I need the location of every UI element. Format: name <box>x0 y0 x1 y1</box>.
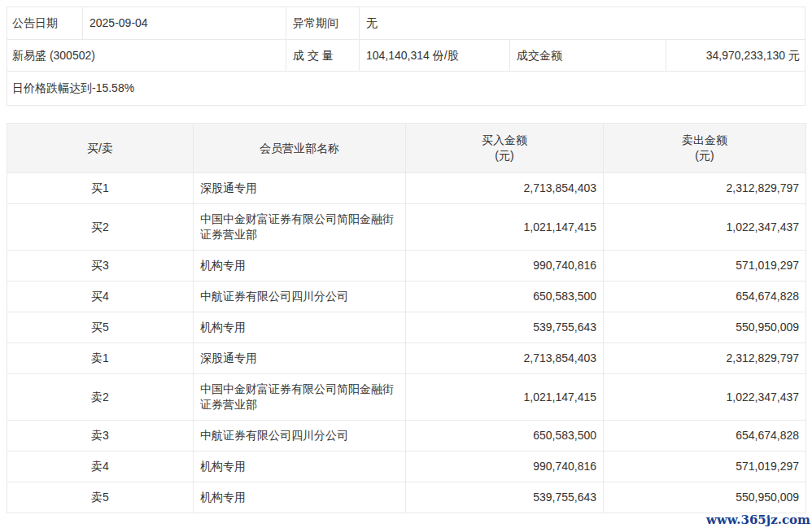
announce-date-label: 公告日期 <box>7 7 82 39</box>
info-row-reason: 日价格跌幅达到-15.58% <box>7 71 805 105</box>
table-row: 卖5 机构专用 539,755,643 550,950,009 <box>7 482 806 513</box>
buy-amount-cell: 990,740,816 <box>406 251 604 281</box>
buy-amount-title: 买入金额 <box>413 133 596 148</box>
branch-cell: 机构专用 <box>194 251 406 281</box>
sell-amount-cell: 550,950,009 <box>604 312 806 343</box>
sell-amount-cell: 571,019,297 <box>604 251 806 281</box>
sell-amount-cell: 2,312,829,797 <box>604 343 806 374</box>
table-row: 买1 深股通专用 2,713,854,403 2,312,829,797 <box>7 173 806 204</box>
buy-amount-cell: 2,713,854,403 <box>406 173 604 204</box>
col-header-sell-amount: 卖出金额 (元) <box>604 124 806 173</box>
table-row: 卖3 中航证券有限公司四川分公司 650,583,500 654,674,828 <box>7 421 806 452</box>
buy-amount-cell: 539,755,643 <box>406 312 604 343</box>
buy-amount-cell: 2,713,854,403 <box>406 343 604 374</box>
col-header-side: 买/卖 <box>7 124 194 173</box>
buy-amount-cell: 539,755,643 <box>406 482 604 513</box>
sell-amount-title: 卖出金额 <box>610 133 799 148</box>
buy-amount-cell: 1,021,147,415 <box>406 204 604 251</box>
buy-amount-cell: 650,583,500 <box>406 421 604 452</box>
rank-cell: 买4 <box>7 281 194 312</box>
info-row-announce: 公告日期 2025-09-04 异常期间 无 <box>7 7 805 39</box>
branch-cell: 中国中金财富证券有限公司简阳金融街证券营业部 <box>194 204 406 251</box>
rank-cell: 卖1 <box>7 343 194 374</box>
stock-name: 新易盛 (300502) <box>7 40 286 71</box>
abnormal-period-value: 无 <box>359 7 805 39</box>
branch-cell: 机构专用 <box>194 452 406 482</box>
abnormal-reason-text: 日价格跌幅达到-15.58% <box>7 72 805 105</box>
stock-info-panel: 公告日期 2025-09-04 异常期间 无 新易盛 (300502) 成 交 … <box>7 7 805 106</box>
buy-amount-cell: 1,021,147,415 <box>406 374 604 421</box>
branch-cell: 中航证券有限公司四川分公司 <box>194 281 406 312</box>
table-row: 卖1 深股通专用 2,713,854,403 2,312,829,797 <box>7 343 806 374</box>
abnormal-period-label: 异常期间 <box>286 7 359 39</box>
sell-amount-cell: 2,312,829,797 <box>604 173 806 204</box>
col-header-branch: 会员营业部名称 <box>194 124 406 173</box>
sell-amount-cell: 571,019,297 <box>604 452 806 482</box>
branch-cell: 深股通专用 <box>194 173 406 204</box>
broker-table-header: 买/卖 会员营业部名称 买入金额 (元) 卖出金额 (元) <box>7 124 806 173</box>
table-row: 买4 中航证券有限公司四川分公司 650,583,500 654,674,828 <box>7 281 806 312</box>
rank-cell: 买1 <box>7 173 194 204</box>
header-row: 买/卖 会员营业部名称 买入金额 (元) 卖出金额 (元) <box>7 124 806 173</box>
rank-cell: 买2 <box>7 204 194 251</box>
sell-amount-cell: 654,674,828 <box>604 421 806 452</box>
branch-cell: 中国中金财富证券有限公司简阳金融街证券营业部 <box>194 374 406 421</box>
branch-cell: 机构专用 <box>194 482 406 513</box>
buy-amount-cell: 990,740,816 <box>406 452 604 482</box>
table-row: 买3 机构专用 990,740,816 571,019,297 <box>7 251 806 281</box>
sell-amount-cell: 1,022,347,437 <box>604 374 806 421</box>
turnover-value: 34,970,233,130 元 <box>666 40 805 71</box>
sell-amount-cell: 550,950,009 <box>604 482 806 513</box>
table-row: 卖4 机构专用 990,740,816 571,019,297 <box>7 452 806 482</box>
rank-cell: 买3 <box>7 251 194 281</box>
volume-label: 成 交 量 <box>286 40 359 71</box>
branch-cell: 机构专用 <box>194 312 406 343</box>
dragon-tiger-page: 公告日期 2025-09-04 异常期间 无 新易盛 (300502) 成 交 … <box>0 0 812 520</box>
turnover-label: 成交金额 <box>509 40 666 71</box>
col-header-buy-amount: 买入金额 (元) <box>406 124 604 173</box>
rank-cell: 买5 <box>7 312 194 343</box>
info-row-volume: 新易盛 (300502) 成 交 量 104,140,314 份/股 成交金额 … <box>7 39 805 71</box>
table-row: 卖2 中国中金财富证券有限公司简阳金融街证券营业部 1,021,147,415 … <box>7 374 806 421</box>
watermark-link[interactable]: www.365jz.com <box>706 513 810 527</box>
volume-value: 104,140,314 份/股 <box>359 40 509 71</box>
sell-amount-cell: 654,674,828 <box>604 281 806 312</box>
table-row: 买5 机构专用 539,755,643 550,950,009 <box>7 312 806 343</box>
sell-amount-unit: (元) <box>610 148 799 164</box>
rank-cell: 卖5 <box>7 482 194 513</box>
branch-cell: 深股通专用 <box>194 343 406 374</box>
rank-cell: 卖3 <box>7 421 194 452</box>
buy-amount-unit: (元) <box>413 148 596 164</box>
broker-table: 买/卖 会员营业部名称 买入金额 (元) 卖出金额 (元) 买1 深股通专用 2… <box>7 123 806 513</box>
rank-cell: 卖2 <box>7 374 194 421</box>
sell-amount-cell: 1,022,347,437 <box>604 204 806 251</box>
rank-cell: 卖4 <box>7 452 194 482</box>
announce-date-value: 2025-09-04 <box>82 7 286 39</box>
broker-table-body: 买1 深股通专用 2,713,854,403 2,312,829,797 买2 … <box>7 173 806 513</box>
table-row: 买2 中国中金财富证券有限公司简阳金融街证券营业部 1,021,147,415 … <box>7 204 806 251</box>
buy-amount-cell: 650,583,500 <box>406 281 604 312</box>
branch-cell: 中航证券有限公司四川分公司 <box>194 421 406 452</box>
